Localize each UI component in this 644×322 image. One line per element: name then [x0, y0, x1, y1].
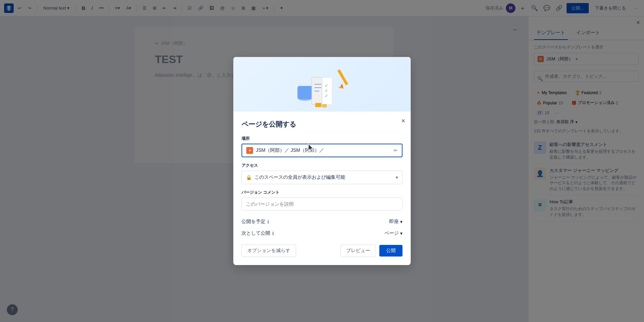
modal-close-button[interactable]: × [401, 117, 405, 125]
svg-rect-16 [315, 103, 321, 107]
schedule-value: 即座 [389, 219, 399, 225]
publish-as-label: 次として公開 [241, 230, 270, 236]
publish-as-dropdown[interactable]: ページ ▾ [384, 230, 402, 236]
version-comment-input[interactable] [241, 197, 402, 210]
publish-button[interactable]: 公開 [379, 245, 402, 257]
schedule-chevron-icon: ▾ [400, 219, 402, 224]
access-chevron-icon: ▾ [396, 175, 398, 180]
location-edit-icon[interactable]: ✏ [394, 148, 398, 153]
book-illustration-svg: ✓ ✓ ✓ [288, 60, 356, 108]
access-value: このスペースの全員が表示および編集可能 [254, 174, 345, 180]
location-field[interactable]: ✦ JSM（阿部）／ JSM（阿部）／ ✏ [241, 144, 402, 157]
version-comment-label: バージョン コメント [241, 190, 402, 195]
svg-text:✓: ✓ [325, 83, 328, 88]
publish-as-chevron-icon: ▾ [400, 231, 402, 236]
modal-footer: オプションを減らす プレビュー 公開 [241, 245, 402, 257]
lock-icon: 🔒 [246, 175, 252, 180]
modal-illustration: ✓ ✓ ✓ [233, 57, 411, 112]
modal-overlay: ✓ ✓ ✓ ページを公開する × 場所 ✦ [0, 0, 644, 322]
publish-as-label-group: 次として公開 ℹ [241, 230, 274, 236]
publish-as-info-icon[interactable]: ℹ [272, 231, 274, 236]
reduce-options-button[interactable]: オプションを減らす [241, 245, 296, 257]
svg-rect-13 [337, 69, 348, 85]
schedule-label: 公開を予定 [241, 219, 265, 225]
publish-as-row: 次として公開 ℹ ページ ▾ [241, 228, 402, 239]
version-comment-group: バージョン コメント [241, 190, 402, 210]
svg-rect-3 [297, 86, 312, 99]
svg-rect-17 [322, 104, 327, 107]
location-label: 場所 [241, 136, 402, 142]
location-field-group: 場所 ✦ JSM（阿部）／ JSM（阿部）／ ✏ [241, 136, 402, 157]
publish-modal: ✓ ✓ ✓ ページを公開する × 場所 ✦ [233, 57, 411, 265]
svg-text:✓: ✓ [325, 88, 328, 93]
location-space-icon: ✦ [246, 147, 253, 154]
modal-footer-right: プレビュー 公開 [340, 245, 402, 257]
modal-body: ページを公開する × 場所 ✦ JSM（阿部）／ JSM（阿部）／ ✏ アクセス… [233, 112, 411, 265]
svg-text:✓: ✓ [325, 93, 328, 98]
publish-as-value: ページ [384, 230, 399, 236]
schedule-row: 公開を予定 ℹ 即座 ▾ [241, 216, 402, 228]
location-value: JSM（阿部）／ JSM（阿部）／ [256, 147, 324, 153]
access-field-group: アクセス 🔒 このスペースの全員が表示および編集可能 ▾ [241, 163, 402, 184]
schedule-info-icon[interactable]: ℹ [267, 219, 269, 224]
access-select[interactable]: 🔒 このスペースの全員が表示および編集可能 ▾ [241, 171, 402, 184]
modal-title: ページを公開する [241, 120, 296, 129]
modal-title-row: ページを公開する × [241, 120, 402, 129]
schedule-label-group: 公開を予定 ℹ [241, 219, 269, 225]
preview-button[interactable]: プレビュー [340, 245, 376, 257]
schedule-value-dropdown[interactable]: 即座 ▾ [389, 219, 402, 225]
access-label: アクセス [241, 163, 402, 169]
